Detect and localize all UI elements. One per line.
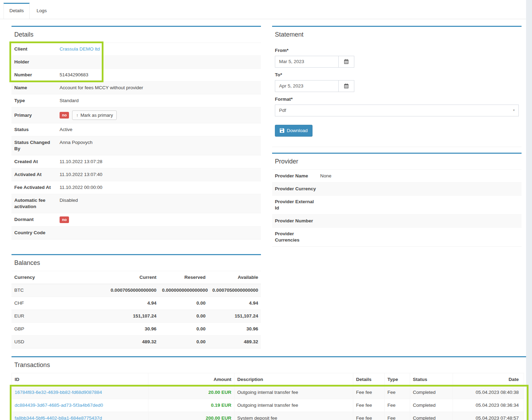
transactions-section: Transactions ID Amount Description Detai… (0, 356, 526, 420)
row-fee-activated-at: Fee Activated At 11.10.2022 00:00:00 (11, 181, 261, 194)
row-dormant: Dormant no (11, 213, 261, 226)
row-status-changed-by: Status Changed By Anna Popovych (11, 136, 261, 155)
tab-details[interactable]: Details (3, 3, 30, 19)
balance-current: 4.94 (106, 297, 159, 310)
transaction-status: Completed (410, 399, 453, 412)
client-link[interactable]: Crassula DEMO ltd (60, 46, 100, 52)
transactions-panel: Transactions ID Amount Description Detai… (11, 356, 526, 420)
tab-bar: Details Logs (0, 0, 526, 19)
transaction-id-link[interactable]: dc884439-3d67-4685-ad73-5f3a4b67ded0 (15, 403, 103, 408)
row-holder: Holder (11, 55, 261, 68)
transaction-type: Fee (385, 386, 410, 399)
mark-as-primary-button[interactable]: ↑Mark as primary (72, 110, 117, 120)
detail-label: Fee Activated At (14, 184, 56, 191)
provider-value (320, 186, 519, 192)
transaction-id-link[interactable]: fa8bb344-5bf6-4402-b8a1-684e8775437d (15, 415, 102, 420)
transaction-date: 05.04.2023 07:48:57 (453, 412, 524, 420)
transaction-id: dc884439-3d67-4685-ad73-5f3a4b67ded0 (12, 399, 148, 412)
select-caret-icon: ▼ (512, 109, 515, 113)
to-calendar-button[interactable] (338, 80, 354, 92)
row-client: Client Crassula DEMO ltd (11, 43, 261, 55)
row-provider-name: Provider Name None (272, 169, 522, 182)
balance-currency: GBP (11, 322, 106, 335)
primary-status-badge: no (60, 112, 69, 119)
detail-value (60, 230, 258, 236)
from-date-group (275, 56, 354, 68)
provider-panel-title: Provider (272, 154, 522, 169)
dormant-status-badge: no (60, 216, 69, 223)
page: Details Logs Details Client Crassula DEM… (0, 0, 526, 420)
details-panel-title: Details (11, 27, 261, 43)
balance-available: 489.32 (208, 335, 261, 348)
balances-panel-title: Balances (11, 255, 261, 271)
balance-currency: BTC (11, 284, 106, 297)
transaction-amount: 0.19 EUR (148, 399, 234, 412)
format-select[interactable]: Pdf ▼ (275, 105, 519, 116)
statement-form: From* To* Format* (272, 43, 522, 147)
right-column: Statement From* To* (272, 26, 522, 247)
balance-current: 489.32 (106, 335, 159, 348)
main-content: Details Client Crassula DEMO ltd Holder … (0, 19, 526, 349)
detail-value: Disabled (60, 197, 258, 210)
balance-row: USD 489.32 0.00 489.32 (11, 335, 261, 348)
balance-row: CHF 4.94 0.00 4.94 (11, 297, 261, 310)
row-primary: Primary no↑Mark as primary (11, 107, 261, 123)
detail-label: Name (14, 85, 56, 91)
transaction-id-link[interactable]: 16784f83-6e32-4639-bb82-fd68d9087884 (15, 390, 102, 395)
provider-label: Provider Currency (275, 186, 317, 192)
provider-value: None (320, 173, 519, 179)
from-calendar-button[interactable] (338, 56, 354, 68)
detail-value: Active (60, 127, 258, 133)
balance-available: 151,107.24 (208, 310, 261, 322)
transaction-details: Fee fee (353, 399, 385, 412)
balance-row: EUR 151,107.24 0.00 151,107.24 (11, 310, 261, 322)
balance-reserved: 0.00 (159, 310, 208, 322)
balance-reserved: 0.00 (159, 322, 208, 335)
row-number: Number 51434290683 (11, 68, 261, 81)
tab-logs[interactable]: Logs (31, 3, 52, 19)
transactions-header-row: ID Amount Description Details Type Statu… (12, 373, 524, 386)
to-date-input[interactable] (275, 80, 338, 92)
balance-currency: CHF (11, 297, 106, 310)
calendar-icon (344, 83, 349, 89)
detail-value: Crassula DEMO ltd (60, 46, 258, 52)
balance-row: GBP 30.96 0.00 30.96 (11, 322, 261, 335)
provider-label: Provider External Id (275, 199, 317, 211)
detail-label: Client (14, 46, 56, 52)
detail-label: Primary (14, 112, 56, 119)
col-header-date: Date (453, 373, 524, 386)
row-provider-currency: Provider Currency (272, 182, 522, 195)
transaction-amount: 200.00 EUR (148, 412, 234, 420)
provider-value (320, 199, 519, 211)
statement-panel: Statement From* To* (272, 26, 522, 147)
left-column: Details Client Crassula DEMO ltd Holder … (11, 26, 261, 349)
balance-current: 30.96 (106, 322, 159, 335)
balance-reserved: 0.00 (159, 297, 208, 310)
balance-available: 30.96 (208, 322, 261, 335)
balance-row: BTC 0.0007050000000000 0.000000000000000… (11, 284, 261, 297)
transaction-date: 05.04.2023 08:36:34 (453, 399, 524, 412)
download-button[interactable]: Download (275, 125, 313, 137)
transaction-id: 16784f83-6e32-4639-bb82-fd68d9087884 (12, 386, 148, 399)
col-header-id: ID (12, 373, 148, 386)
transactions-panel-title: Transactions (11, 357, 526, 373)
detail-label: Status Changed By (14, 139, 56, 152)
detail-value: 11.10.2022 13:07:28 (60, 159, 258, 165)
arrow-up-icon: ↑ (76, 113, 78, 117)
from-date-input[interactable] (275, 56, 338, 68)
to-label: To* (275, 72, 519, 78)
format-label: Format* (275, 96, 519, 102)
details-panel: Details Client Crassula DEMO ltd Holder … (11, 26, 261, 239)
provider-label: Provider Number (275, 218, 317, 224)
col-header-description: Description (234, 373, 353, 386)
balance-available: 4.94 (208, 297, 261, 310)
detail-value: no↑Mark as primary (60, 110, 258, 120)
col-header-current: Current (106, 271, 159, 284)
balance-available: 0.0007050000000000 (208, 284, 261, 297)
col-header-type: Type (385, 373, 410, 386)
transactions-table: ID Amount Description Details Type Statu… (11, 373, 524, 420)
transaction-id: fa8bb344-5bf6-4402-b8a1-684e8775437d (12, 412, 148, 420)
transaction-details: Fee fee (353, 412, 385, 420)
save-icon (280, 128, 284, 133)
col-header-details: Details (353, 373, 385, 386)
